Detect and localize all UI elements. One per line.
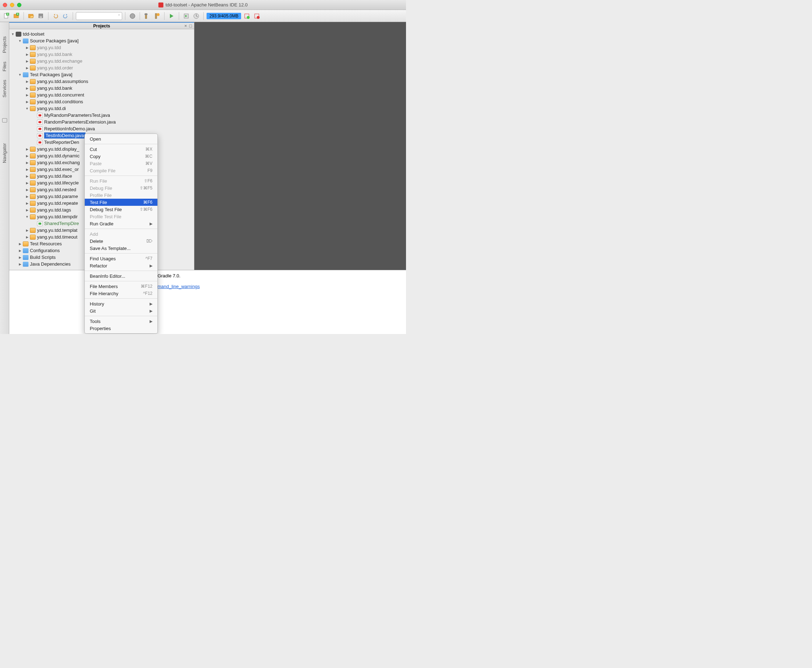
file-node[interactable]: RandomParametersExtension.java [9, 119, 194, 125]
tree-icon [37, 140, 43, 145]
disclosure-arrow[interactable] [25, 201, 29, 205]
disclosure-arrow[interactable] [25, 86, 29, 90]
disclosure-arrow[interactable] [32, 140, 36, 145]
clean-build-button[interactable] [153, 12, 161, 20]
minimize-window-button[interactable] [10, 3, 14, 7]
package-node[interactable]: yang.yu.tdd.assumptions [9, 78, 194, 85]
test-packages-node[interactable]: Test Packages [java] [9, 71, 194, 78]
disclosure-arrow[interactable] [25, 208, 29, 212]
gc-icon[interactable] [242, 12, 251, 20]
menu-item-label: History [90, 301, 104, 307]
package-node[interactable]: yang.yu.tdd.concurrent [9, 92, 194, 98]
config-combo[interactable]: ⌃ [76, 12, 122, 20]
menu-item-save-as-template[interactable]: Save As Template... [85, 245, 157, 252]
disclosure-arrow[interactable] [32, 134, 36, 138]
menu-item-open[interactable]: Open [85, 135, 157, 142]
disclosure-arrow[interactable] [25, 93, 29, 97]
gc2-icon[interactable] [252, 12, 261, 20]
menu-item-tools[interactable]: Tools▶ [85, 317, 157, 325]
disclosure-arrow[interactable] [25, 194, 29, 199]
menu-item-git[interactable]: Git▶ [85, 307, 157, 314]
tree-label: yang.yu.tdd.bank [37, 52, 72, 57]
disclosure-arrow[interactable] [25, 147, 29, 151]
tree-icon [23, 248, 28, 253]
disclosure-arrow[interactable] [25, 215, 29, 219]
debug-button[interactable] [182, 12, 190, 20]
disclosure-arrow[interactable] [18, 249, 22, 253]
menu-item-file-members[interactable]: File Members⌘F12 [85, 283, 157, 290]
menu-item-properties[interactable]: Properties [85, 325, 157, 332]
disclosure-arrow[interactable] [25, 235, 29, 239]
menu-item-delete[interactable]: Delete⌦ [85, 237, 157, 245]
panel-close-button[interactable]: × [184, 23, 187, 28]
disclosure-arrow[interactable] [18, 255, 22, 260]
disclosure-arrow[interactable] [18, 73, 22, 77]
disclosure-arrow[interactable] [25, 174, 29, 179]
package-node[interactable]: yang.yu.tdd.bank [9, 51, 194, 58]
disclosure-arrow[interactable] [25, 188, 29, 192]
package-node[interactable]: yang.yu.tdd.order [9, 64, 194, 71]
save-all-button[interactable] [37, 12, 45, 20]
disclosure-arrow[interactable] [25, 45, 29, 50]
tree-icon [30, 52, 36, 57]
tree-label: yang.yu.tdd.tags [37, 207, 71, 212]
disclosure-arrow[interactable] [25, 107, 29, 111]
disclosure-arrow[interactable] [25, 167, 29, 172]
disclosure-arrow[interactable] [25, 100, 29, 104]
sidebar-tab-projects[interactable]: Projects [2, 36, 7, 53]
disclosure-arrow[interactable] [32, 222, 36, 226]
disclosure-arrow[interactable] [32, 120, 36, 124]
disclosure-arrow[interactable] [25, 66, 29, 70]
source-packages-node[interactable]: Source Packages [java] [9, 37, 194, 44]
menu-item-run-gradle[interactable]: Run Gradle▶ [85, 220, 157, 227]
menu-item-file-hierarchy[interactable]: File Hierarchy^F12 [85, 290, 157, 297]
package-node[interactable]: yang.yu.tdd.conditions [9, 98, 194, 105]
panel-dock-button[interactable]: □ [189, 23, 192, 28]
disclosure-arrow[interactable] [32, 127, 36, 131]
output-console: ing it incompatible with Gradle 7.0. tio… [9, 270, 406, 334]
file-node[interactable]: MyRandomParametersTest.java [9, 112, 194, 119]
globe-icon[interactable] [128, 12, 137, 20]
redo-button[interactable] [61, 12, 70, 20]
menu-item-debug-test-file[interactable]: Debug Test File⇧⌘F6 [85, 206, 157, 213]
memory-indicator[interactable]: 293.9/405.0MB [207, 13, 241, 19]
maximize-window-button[interactable] [17, 3, 22, 7]
profile-button[interactable] [192, 12, 200, 20]
run-button[interactable] [167, 12, 176, 20]
package-node[interactable]: yang.yu.tdd [9, 44, 194, 51]
new-project-button[interactable] [12, 12, 21, 20]
disclosure-arrow[interactable] [18, 262, 22, 266]
menu-item-history[interactable]: History▶ [85, 300, 157, 307]
menu-item-test-file[interactable]: Test File⌘F6 [85, 199, 157, 206]
project-node[interactable]: tdd-toolset [9, 31, 194, 37]
menu-item-find-usages[interactable]: Find Usages^F7 [85, 255, 157, 262]
disclosure-arrow[interactable] [25, 228, 29, 232]
disclosure-arrow[interactable] [25, 52, 29, 57]
menu-item-cut[interactable]: Cut⌘X [85, 145, 157, 153]
package-node[interactable]: yang.yu.tdd.exchange [9, 58, 194, 64]
disclosure-arrow[interactable] [18, 242, 22, 246]
menu-item-copy[interactable]: Copy⌘C [85, 153, 157, 160]
disclosure-arrow[interactable] [25, 59, 29, 63]
open-project-button[interactable] [27, 12, 35, 20]
sidebar-tab-files[interactable]: Files [2, 62, 7, 71]
disclosure-arrow[interactable] [25, 79, 29, 84]
file-node[interactable]: RepetitionInfoDemo.java [9, 125, 194, 132]
disclosure-arrow[interactable] [25, 154, 29, 158]
package-node-expanded[interactable]: yang.yu.tdd.di [9, 105, 194, 112]
sidebar-tab-services[interactable]: Services [2, 80, 7, 98]
close-window-button[interactable] [3, 3, 7, 7]
package-node[interactable]: yang.yu.tdd.bank [9, 85, 194, 92]
disclosure-arrow[interactable] [32, 113, 36, 117]
sidebar-tab-navigator[interactable]: Navigator [2, 143, 7, 163]
undo-button[interactable] [51, 12, 60, 20]
menu-item-refactor[interactable]: Refactor▶ [85, 262, 157, 269]
disclosure-arrow[interactable] [25, 160, 29, 165]
disclosure-arrow[interactable] [11, 32, 15, 36]
disclosure-arrow[interactable] [25, 181, 29, 185]
build-button[interactable] [143, 12, 151, 20]
new-file-button[interactable] [2, 12, 11, 20]
disclosure-arrow[interactable] [18, 39, 22, 43]
sidebar-dock-button[interactable] [2, 118, 7, 122]
menu-item-beaninfo-editor[interactable]: BeanInfo Editor... [85, 272, 157, 279]
